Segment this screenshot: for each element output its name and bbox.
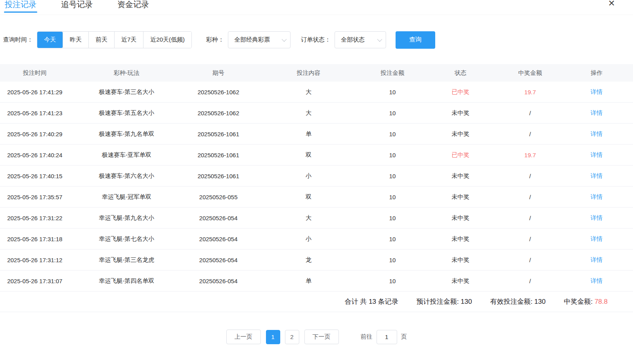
column-header: 投注内容 [253, 69, 364, 77]
cell-bet-amount: 10 [364, 152, 421, 158]
goto-page-input[interactable] [377, 330, 397, 344]
column-header: 投注金额 [364, 69, 421, 77]
cell-prize: / [500, 215, 560, 221]
page-number-1[interactable]: 1 [266, 330, 280, 344]
column-header: 彩种-玩法 [70, 69, 184, 77]
cell-issue: 20250526-1062 [184, 89, 253, 95]
time-filter-option-2[interactable]: 前天 [88, 32, 114, 48]
cell-bet-amount: 10 [364, 257, 421, 263]
cell-bet-amount: 10 [364, 194, 421, 200]
cell-prize: / [500, 110, 560, 116]
detail-link[interactable]: 详情 [591, 235, 602, 242]
detail-link[interactable]: 详情 [591, 193, 602, 200]
cell-bet-amount: 10 [364, 278, 421, 284]
summary-prize-label: 中奖金额: [564, 298, 593, 305]
detail-link[interactable]: 详情 [591, 109, 602, 116]
detail-link[interactable]: 详情 [591, 172, 602, 179]
cell-bet-time: 2025-05-26 17:31:12 [0, 257, 70, 263]
cell-bet-content: 双 [253, 193, 364, 201]
cell-bet-time: 2025-05-26 17:41:23 [0, 110, 70, 116]
tab-chase-records[interactable]: 追号记录 [60, 0, 94, 13]
table-row: 2025-05-26 17:31:18 幸运飞艇-第七名大小 20250526-… [0, 229, 633, 250]
cell-prize: / [500, 194, 560, 200]
cell-issue: 20250526-1061 [184, 152, 253, 158]
time-filter-label: 查询时间： [3, 36, 33, 44]
cell-action: 详情 [560, 235, 633, 243]
detail-link[interactable]: 详情 [591, 88, 602, 95]
chevron-down-icon [377, 37, 382, 42]
cell-bet-content: 大 [253, 109, 364, 117]
lottery-filter-label: 彩种： [206, 36, 224, 44]
cell-status: 已中奖 [421, 88, 500, 96]
detail-link[interactable]: 详情 [591, 277, 602, 284]
order-status-value: 全部状态 [341, 36, 365, 44]
records-table: 投注时间彩种-玩法期号投注内容投注金额状态中奖金额操作 2025-05-26 1… [0, 64, 633, 312]
cell-issue: 20250526-054 [184, 278, 253, 284]
cell-prize: / [500, 257, 560, 263]
cell-game-play: 极速赛车-第六名大小 [70, 172, 184, 180]
cell-bet-time: 2025-05-26 17:40:29 [0, 131, 70, 137]
cell-game-play: 极速赛车-第三名大小 [70, 88, 184, 96]
tab-fund-records[interactable]: 资金记录 [117, 0, 150, 13]
tab-bet-records[interactable]: 投注记录 [4, 0, 37, 13]
table-row: 2025-05-26 17:31:07 幸运飞艇-第四名单双 20250526-… [0, 271, 633, 292]
cell-bet-time: 2025-05-26 17:31:22 [0, 215, 70, 221]
cell-game-play: 极速赛车-第九名单双 [70, 130, 184, 138]
table-row: 2025-05-26 17:40:29 极速赛车-第九名单双 20250526-… [0, 124, 633, 145]
table-row: 2025-05-26 17:41:29 极速赛车-第三名大小 20250526-… [0, 82, 633, 103]
cell-status: 未中奖 [421, 256, 500, 264]
search-button[interactable]: 查询 [396, 31, 435, 49]
cell-action: 详情 [560, 130, 633, 138]
cell-action: 详情 [560, 109, 633, 117]
order-status-select[interactable]: 全部状态 [335, 31, 386, 48]
table-row: 2025-05-26 17:31:22 幸运飞艇-第九名大小 20250526-… [0, 208, 633, 229]
summary-expected-amount: 预计投注金额: 130 [417, 297, 472, 306]
cell-bet-content: 双 [253, 151, 364, 159]
cell-issue: 20250526-1061 [184, 131, 253, 137]
cell-bet-time: 2025-05-26 17:31:07 [0, 278, 70, 284]
cell-bet-time: 2025-05-26 17:41:29 [0, 89, 70, 95]
chevron-down-icon [282, 37, 287, 42]
prev-page-button[interactable]: 上一页 [226, 330, 261, 344]
cell-action: 详情 [560, 172, 633, 180]
tab-bar: 投注记录 追号记录 资金记录 × [0, 0, 633, 15]
table-body: 2025-05-26 17:41:29 极速赛车-第三名大小 20250526-… [0, 82, 633, 292]
time-filter-option-4[interactable]: 近20天(低频) [143, 32, 191, 48]
cell-issue: 20250526-054 [184, 236, 253, 242]
cell-bet-amount: 10 [364, 110, 421, 116]
detail-link[interactable]: 详情 [591, 130, 602, 137]
time-filter-option-0[interactable]: 今天 [37, 32, 63, 48]
next-page-button[interactable]: 下一页 [304, 330, 339, 344]
cell-game-play: 幸运飞艇-第三名龙虎 [70, 256, 184, 264]
column-header: 投注时间 [0, 69, 70, 77]
cell-bet-content: 单 [253, 130, 364, 138]
detail-link[interactable]: 详情 [591, 256, 602, 263]
cell-prize: / [500, 173, 560, 179]
close-icon[interactable]: × [608, 0, 615, 9]
cell-status: 已中奖 [421, 151, 500, 159]
cell-status: 未中奖 [421, 235, 500, 243]
cell-issue: 20250526-1062 [184, 110, 253, 116]
cell-bet-amount: 10 [364, 131, 421, 137]
detail-link[interactable]: 详情 [591, 214, 602, 221]
page-numbers: 12 [266, 330, 299, 344]
cell-bet-amount: 10 [364, 236, 421, 242]
cell-action: 详情 [560, 88, 633, 96]
lottery-select[interactable]: 全部经典彩票 [228, 31, 291, 48]
column-header: 操作 [560, 69, 633, 77]
cell-prize: / [500, 236, 560, 242]
page-number-2[interactable]: 2 [285, 330, 299, 344]
time-filter-option-3[interactable]: 近7天 [114, 32, 143, 48]
cell-status: 未中奖 [421, 193, 500, 201]
goto-label: 前往 [361, 333, 373, 341]
cell-status: 未中奖 [421, 109, 500, 117]
cell-issue: 20250526-1061 [184, 173, 253, 179]
cell-bet-time: 2025-05-26 17:40:15 [0, 173, 70, 179]
detail-link[interactable]: 详情 [591, 151, 602, 158]
cell-status: 未中奖 [421, 214, 500, 222]
cell-game-play: 幸运飞艇-第九名大小 [70, 214, 184, 222]
summary-total: 合计 共 13 条记录 [345, 297, 398, 306]
cell-status: 未中奖 [421, 172, 500, 180]
cell-bet-amount: 10 [364, 215, 421, 221]
time-filter-option-1[interactable]: 昨天 [63, 32, 88, 48]
